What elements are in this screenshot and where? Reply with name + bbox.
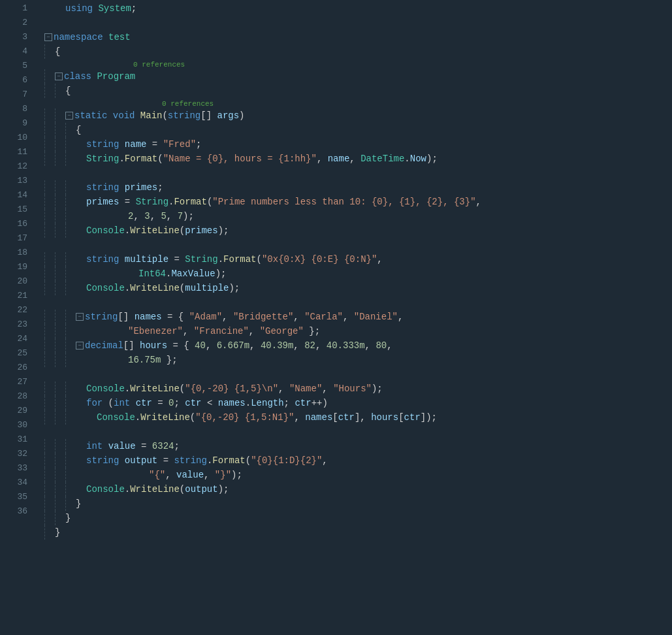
line-num-27: 27 [0,375,27,389]
code-line-24: 16.75m }; [34,353,672,367]
keyword-string-17: string [86,252,119,267]
var-multiple: multiple [125,252,168,267]
keyword-int-27: int [114,396,130,410]
line-num-34: 34 [0,476,27,490]
var-output: output [125,453,157,468]
var-primes-15: primes [185,223,217,238]
str-bridgette: "Bridgette" [233,310,293,324]
var-ctr-27b: ctr [185,396,201,410]
str-format-26: "{0,-20} {1,5}\n" [185,382,278,396]
line-num-23: 23 [0,318,27,332]
line-num-16: 16 [0,217,27,231]
code-content: using System; − namespace test { 0 refer… [34,0,672,635]
method-format-13: Format [174,195,206,209]
code-line-20 [34,295,672,310]
code-editor: 1 2 3 4 5 6 7 8 9 10 11 12 13 14 15 16 1… [0,0,672,635]
num-40: 40 [195,338,206,353]
prop-now: Now [410,152,426,166]
keyword-string-param: string [168,108,200,123]
code-line-36: } [34,525,672,540]
code-line-23: − decimal[] hours = { 40, 6.667m, 40.39m… [34,338,672,353]
line-num-1: 1 [0,1,27,16]
code-line-35: } [34,511,672,525]
keyword-class: class [64,69,91,84]
collapse-class[interactable]: − [55,73,63,80]
prop-length: Length [251,396,283,410]
collapse-hours[interactable]: − [76,342,84,350]
code-line-34: } [34,497,672,511]
line-num-10: 10 [0,131,27,145]
code-line-7: − static void Main(string[] args) [34,108,672,123]
collapse-namespace[interactable]: − [44,33,52,41]
line-num-33: 33 [0,461,27,476]
str-hours-26: "Hours" [333,382,372,396]
prop-maxvalue: MaxValue [171,267,215,281]
code-line-22: "Ebenezer", "Francine", "George" }; [34,324,672,338]
str-daniel: "Daniel" [354,310,398,324]
code-line-28: Console.WriteLine("{0,-20} {1,5:N1}", na… [34,410,672,425]
ref-comment-class: 0 references [34,59,672,69]
code-line-33: Console.WriteLine(output); [34,482,672,497]
code-line-16 [34,238,672,252]
code-line-14: 2, 3, 5, 7); [34,209,672,223]
line-num-32: 32 [0,447,27,461]
collapse-names[interactable]: − [76,313,84,321]
code-line-19: Console.WriteLine(multiple); [34,281,672,295]
var-multiple-19: multiple [185,281,229,295]
str-format-31: "{0}{1:D}{2}" [251,453,322,468]
num-6667m: 6.667m [217,338,249,353]
var-ctr: ctr [136,396,152,410]
keyword-string-12: string [86,180,119,195]
type-string-17b: String [185,252,217,267]
ref-comment-method: 0 references [34,98,672,108]
num-80: 80 [376,338,387,353]
keyword-void: void [113,108,135,123]
namespace-system: System [98,1,131,16]
var-ctr-27c: ctr [295,396,311,410]
collapse-main[interactable]: − [65,112,73,120]
keyword-namespace: namespace [54,30,103,44]
keyword-decimal: decimal [85,338,123,353]
method-format-10: Format [125,152,157,166]
num-2: 2 [128,209,133,223]
code-line-11 [34,166,672,180]
var-names: names [135,310,162,324]
keyword-int-30: int [86,439,103,453]
line-num-24: 24 [0,332,27,346]
line-num-14: 14 [0,188,27,203]
code-line-30: int value = 6324; [34,439,672,453]
line-num-20: 20 [0,274,27,289]
line-num-9: 9 [0,116,27,131]
line-num-21: 21 [0,289,27,303]
str-francine: "Francine" [194,324,249,338]
string-format-17: "0x{0:X} {0:E} {0:N}" [262,252,377,267]
str-carla: "Carla" [304,310,343,324]
str-adam: "Adam" [189,310,222,324]
code-line-6: { [34,84,672,98]
code-line-2 [34,16,672,30]
keyword-string-21: string [85,310,118,324]
keyword-string-31: string [86,453,119,468]
keyword-string-31b: string [174,453,206,468]
keyword-using: using [65,1,93,16]
type-console-33: Console [86,482,125,497]
namespace-test: test [108,30,131,44]
line-num-17: 17 [0,231,27,246]
code-line-10: String.Format("Name = {0}, hours = {1:hh… [34,152,672,166]
line-num-25: 25 [0,346,27,361]
line-num-30: 30 [0,418,27,432]
str-george: "George" [260,324,304,338]
method-writeline-33: WriteLine [130,482,180,497]
line-num-15: 15 [0,203,27,217]
method-writeline-15: WriteLine [130,223,180,238]
method-format-17: Format [223,252,256,267]
string-format-10: "Name = {0}, hours = {1:hh}" [163,152,317,166]
method-writeline-28: WriteLine [140,410,190,425]
num-7: 7 [178,209,183,223]
string-fred: "Fred" [163,137,196,152]
line-num-35: 35 [0,490,27,504]
type-console-19: Console [86,281,125,295]
code-line-26: Console.WriteLine("{0,-20} {1,5}\n", "Na… [34,382,672,396]
num-3: 3 [144,209,150,223]
code-line-29 [34,425,672,439]
